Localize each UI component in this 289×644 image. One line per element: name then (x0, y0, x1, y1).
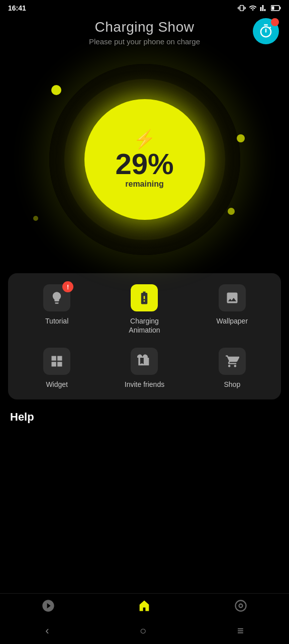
nav-home[interactable] (137, 599, 151, 613)
shop-label: Shop (224, 380, 240, 389)
nav-discover[interactable] (41, 599, 55, 613)
invite-friends-icon-wrap (130, 347, 159, 376)
menu-button[interactable]: ≡ (237, 624, 244, 637)
menu-item-wallpaper[interactable]: Wallpaper (188, 283, 276, 335)
svg-point-4 (239, 604, 243, 608)
menu-item-widget[interactable]: Widget (13, 347, 101, 389)
orbit-dot-1 (51, 85, 61, 95)
bottom-nav (0, 593, 289, 618)
battery-percentage: 29% (115, 149, 173, 179)
widget-icon-wrap (42, 347, 71, 376)
help-section: Help (0, 399, 289, 428)
orbit-dot-3 (228, 208, 235, 215)
charging-animation-icon (131, 284, 158, 311)
wallpaper-icon-wrap (218, 283, 247, 312)
menu-grid-container: ! Tutorial ChargingAnimation (8, 273, 281, 399)
vibrate-icon (238, 4, 246, 12)
status-icons (238, 4, 281, 12)
shop-icon-wrap (218, 347, 247, 376)
svg-rect-1 (280, 7, 281, 10)
orbit-dot-4 (33, 216, 38, 221)
header-title-block: Charging Show Please put your phone on c… (89, 19, 200, 46)
menu-item-invite-friends[interactable]: Invite friends (101, 347, 188, 389)
system-nav: ‹ ○ ≡ (0, 618, 289, 644)
battery-remaining-label: remaining (125, 180, 163, 189)
timer-icon (258, 24, 273, 39)
status-time: 16:41 (8, 4, 26, 12)
bolt-icon: ⚡ (133, 130, 156, 148)
circle-outline-icon (234, 599, 248, 613)
charging-animation-label: ChargingAnimation (129, 316, 160, 335)
discover-icon (41, 599, 55, 613)
invite-friends-icon (131, 348, 158, 375)
wifi-icon (249, 4, 257, 12)
menu-item-charging-animation[interactable]: ChargingAnimation (101, 283, 188, 335)
tutorial-label: Tutorial (45, 316, 68, 326)
svg-point-3 (236, 601, 246, 611)
charging-animation-icon-wrap (130, 283, 159, 312)
tutorial-badge: ! (62, 281, 73, 292)
help-title: Help (10, 411, 279, 424)
app-title: Charging Show (89, 19, 200, 35)
shop-icon (219, 348, 246, 375)
battery-display: ⚡ 29% remaining (0, 54, 289, 265)
app-subtitle: Please put your phone on charge (89, 37, 200, 46)
menu-item-tutorial[interactable]: ! Tutorial (13, 283, 101, 335)
battery-icon (271, 5, 281, 12)
menu-grid: ! Tutorial ChargingAnimation (13, 283, 276, 389)
notification-badge (271, 18, 279, 26)
wallpaper-label: Wallpaper (217, 316, 248, 326)
widget-icon (43, 348, 70, 375)
home-button[interactable]: ○ (140, 624, 146, 637)
menu-item-shop[interactable]: Shop (188, 347, 276, 389)
svg-rect-2 (272, 7, 274, 10)
nav-settings[interactable] (234, 599, 248, 613)
tutorial-icon-wrap: ! (42, 283, 71, 312)
back-button[interactable]: ‹ (45, 624, 49, 637)
signal-icon (260, 4, 268, 12)
widget-label: Widget (46, 380, 68, 389)
orbit-dot-2 (237, 134, 245, 142)
invite-friends-label: Invite friends (125, 380, 164, 389)
battery-circle: ⚡ 29% remaining (84, 99, 205, 220)
header: Charging Show Please put your phone on c… (0, 14, 289, 49)
settings-button[interactable] (253, 18, 279, 44)
wallpaper-icon (219, 284, 246, 311)
status-bar: 16:41 (0, 0, 289, 14)
home-icon (137, 599, 151, 613)
